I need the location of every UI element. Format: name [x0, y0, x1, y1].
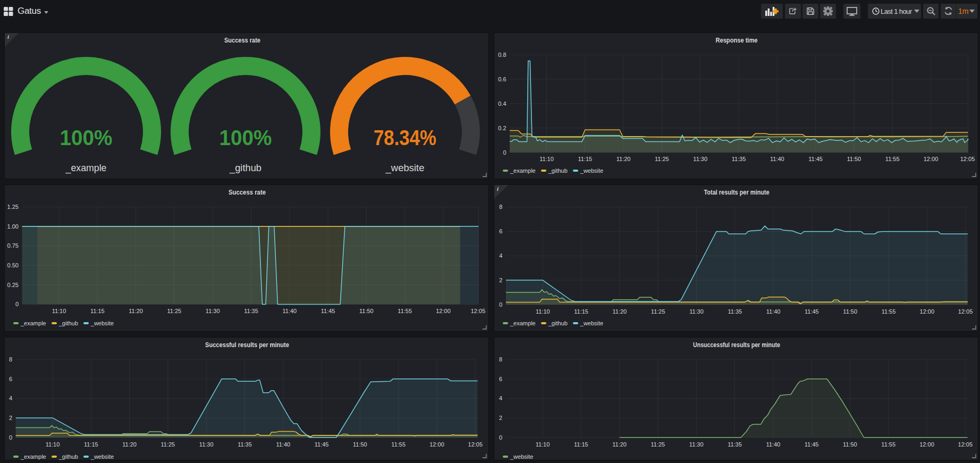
- svg-text:0: 0: [499, 434, 502, 441]
- svg-text:2: 2: [499, 415, 502, 421]
- svg-text:11:30: 11:30: [206, 308, 220, 314]
- svg-text:12:00: 12:00: [919, 441, 934, 448]
- svg-text:11:50: 11:50: [353, 441, 367, 448]
- svg-text:0.2: 0.2: [498, 125, 506, 131]
- svg-text:2: 2: [9, 415, 12, 421]
- svg-text:11:50: 11:50: [359, 308, 374, 314]
- svg-text:11:10: 11:10: [539, 156, 554, 162]
- svg-text:8: 8: [9, 356, 12, 363]
- svg-text:11:50: 11:50: [843, 441, 857, 448]
- svg-text:8: 8: [499, 356, 502, 363]
- svg-text:_github: _github: [229, 162, 261, 174]
- svg-text:11:35: 11:35: [244, 308, 258, 314]
- svg-text:11:35: 11:35: [728, 441, 742, 448]
- svg-text:4: 4: [9, 395, 12, 401]
- svg-text:11:25: 11:25: [167, 308, 182, 314]
- svg-text:11:35: 11:35: [238, 441, 252, 448]
- svg-text:11:40: 11:40: [766, 441, 780, 448]
- svg-text:11:15: 11:15: [90, 308, 105, 314]
- svg-text:11:45: 11:45: [315, 441, 329, 448]
- svg-text:78.34%: 78.34%: [374, 125, 436, 150]
- svg-text:0.6: 0.6: [498, 76, 506, 82]
- svg-text:6: 6: [499, 228, 502, 234]
- svg-text:0: 0: [9, 434, 12, 441]
- svg-text:11:45: 11:45: [805, 441, 819, 448]
- svg-text:11:55: 11:55: [885, 156, 900, 162]
- svg-text:11:25: 11:25: [651, 441, 665, 448]
- svg-text:11:55: 11:55: [881, 441, 895, 448]
- svg-text:11:10: 11:10: [536, 441, 550, 448]
- svg-text:11:15: 11:15: [84, 441, 98, 448]
- svg-text:12:00: 12:00: [920, 308, 935, 315]
- svg-text:12:00: 12:00: [429, 441, 444, 448]
- svg-text:0.8: 0.8: [498, 52, 506, 58]
- svg-text:6: 6: [9, 376, 12, 382]
- svg-text:11:40: 11:40: [276, 441, 290, 448]
- svg-text:11:45: 11:45: [321, 308, 335, 314]
- svg-text:0.4: 0.4: [498, 100, 506, 107]
- svg-text:2: 2: [499, 277, 502, 283]
- svg-text:12:05: 12:05: [958, 441, 973, 448]
- svg-text:11:10: 11:10: [46, 441, 60, 448]
- svg-text:11:25: 11:25: [651, 308, 665, 315]
- svg-text:_example: _example: [65, 162, 107, 174]
- svg-text:11:15: 11:15: [574, 308, 588, 315]
- svg-text:11:20: 11:20: [616, 156, 631, 162]
- svg-text:11:40: 11:40: [770, 156, 784, 162]
- svg-text:11:55: 11:55: [882, 308, 896, 315]
- svg-text:100%: 100%: [219, 125, 272, 150]
- svg-text:11:55: 11:55: [391, 441, 405, 448]
- svg-text:11:15: 11:15: [578, 156, 592, 162]
- svg-text:1.25: 1.25: [7, 204, 19, 210]
- svg-text:11:30: 11:30: [689, 308, 704, 315]
- svg-text:11:25: 11:25: [655, 156, 669, 162]
- svg-text:11:35: 11:35: [732, 156, 746, 162]
- svg-text:11:50: 11:50: [847, 156, 861, 162]
- svg-text:11:55: 11:55: [398, 308, 412, 314]
- svg-text:11:25: 11:25: [161, 441, 175, 448]
- svg-text:_website: _website: [385, 162, 425, 174]
- svg-text:11:10: 11:10: [52, 308, 66, 314]
- svg-text:0: 0: [15, 301, 19, 307]
- svg-text:11:30: 11:30: [199, 441, 214, 448]
- svg-text:6: 6: [499, 376, 502, 382]
- svg-text:11:30: 11:30: [693, 156, 707, 162]
- svg-text:12:05: 12:05: [468, 441, 483, 448]
- svg-text:11:30: 11:30: [689, 441, 704, 448]
- svg-text:11:45: 11:45: [808, 156, 823, 162]
- svg-text:11:40: 11:40: [282, 308, 297, 314]
- svg-text:11:20: 11:20: [612, 441, 627, 448]
- svg-text:11:35: 11:35: [728, 308, 742, 315]
- svg-text:8: 8: [499, 204, 502, 210]
- svg-text:12:05: 12:05: [960, 156, 975, 162]
- svg-text:11:15: 11:15: [574, 441, 588, 448]
- svg-text:0: 0: [503, 149, 506, 156]
- svg-text:11:45: 11:45: [805, 308, 819, 315]
- svg-text:12:00: 12:00: [924, 156, 939, 162]
- svg-text:12:00: 12:00: [436, 308, 451, 314]
- svg-text:4: 4: [499, 395, 502, 401]
- svg-text:11:20: 11:20: [129, 308, 143, 314]
- svg-text:11:50: 11:50: [843, 308, 857, 315]
- svg-text:0.75: 0.75: [7, 242, 19, 249]
- svg-text:100%: 100%: [60, 125, 113, 150]
- svg-text:11:10: 11:10: [536, 308, 550, 315]
- svg-text:4: 4: [499, 252, 502, 259]
- svg-text:12:05: 12:05: [958, 308, 973, 315]
- svg-text:0: 0: [499, 301, 502, 308]
- svg-text:11:20: 11:20: [122, 441, 137, 448]
- svg-text:11:20: 11:20: [613, 308, 627, 315]
- svg-text:11:40: 11:40: [766, 308, 781, 315]
- svg-text:12:05: 12:05: [471, 308, 486, 314]
- svg-text:0.50: 0.50: [7, 262, 19, 268]
- svg-text:1.00: 1.00: [7, 223, 19, 230]
- svg-text:0.25: 0.25: [7, 282, 19, 288]
